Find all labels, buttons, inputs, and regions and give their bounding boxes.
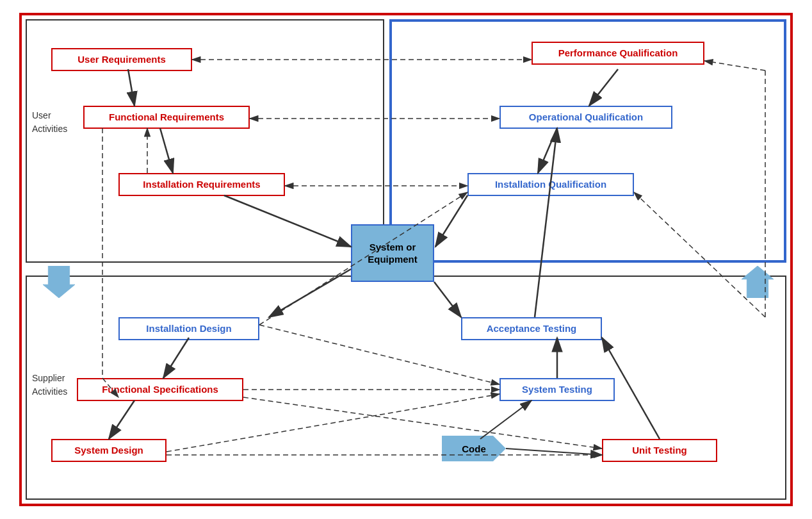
- user-requirements-node: User Requirements: [51, 48, 192, 71]
- system-testing-node: System Testing: [499, 378, 615, 401]
- down-arrow: [40, 266, 78, 298]
- svg-marker-1: [742, 266, 774, 298]
- functional-requirements-node: Functional Requirements: [83, 106, 250, 129]
- user-activities-label: UserActivities: [32, 109, 67, 136]
- installation-requirements-node: Installation Requirements: [118, 173, 285, 196]
- acceptance-testing-node: Acceptance Testing: [461, 317, 602, 340]
- performance-qualification-node: Performance Qualification: [532, 42, 704, 65]
- operational-qualification-node: Operational Qualification: [499, 106, 672, 129]
- installation-qualification-node: Installation Qualification: [467, 173, 634, 196]
- supplier-activities-label: SupplierActivities: [32, 372, 67, 399]
- functional-specifications-node: Functional Specifications: [77, 378, 243, 401]
- diagram-container: UserActivities SupplierActivities User R…: [0, 0, 812, 519]
- system-equipment-node: System or Equipment: [351, 224, 434, 282]
- up-arrow: [738, 266, 777, 298]
- code-arrow: Code: [442, 436, 506, 461]
- unit-testing-node: Unit Testing: [602, 439, 717, 462]
- installation-design-node: Installation Design: [118, 317, 259, 340]
- system-design-node: System Design: [51, 439, 166, 462]
- svg-marker-0: [43, 266, 75, 298]
